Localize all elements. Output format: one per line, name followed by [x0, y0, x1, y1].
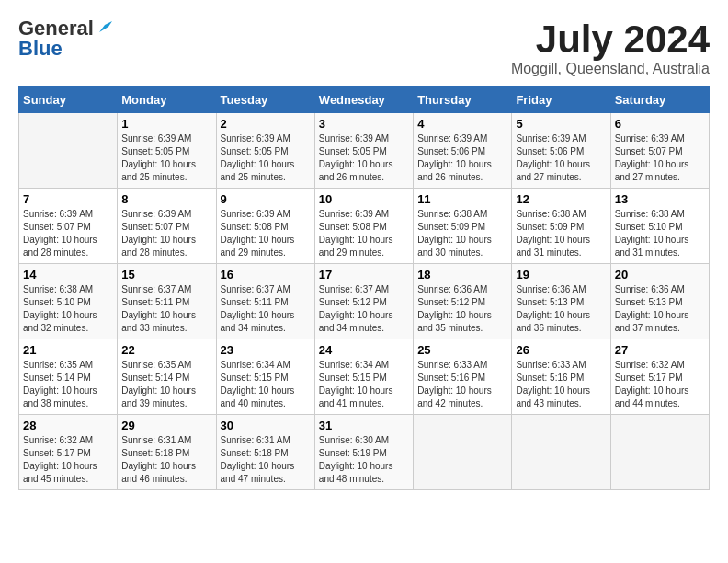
cell-content: Sunrise: 6:34 AM Sunset: 5:15 PM Dayligh…: [221, 359, 311, 410]
calendar-week-row: 14Sunrise: 6:38 AM Sunset: 5:10 PM Dayli…: [19, 264, 710, 339]
day-number: 18: [417, 268, 507, 282]
cell-content: Sunrise: 6:30 AM Sunset: 5:19 PM Dayligh…: [319, 434, 409, 486]
day-header-friday: Friday: [512, 87, 610, 113]
cell-content: Sunrise: 6:39 AM Sunset: 5:05 PM Dayligh…: [221, 132, 311, 184]
calendar-cell: 12Sunrise: 6:38 AM Sunset: 5:09 PM Dayli…: [512, 189, 610, 264]
calendar-cell: 18Sunrise: 6:36 AM Sunset: 5:12 PM Dayli…: [414, 264, 512, 339]
cell-content: Sunrise: 6:39 AM Sunset: 5:05 PM Dayligh…: [121, 132, 211, 184]
day-header-tuesday: Tuesday: [216, 87, 314, 113]
cell-content: Sunrise: 6:39 AM Sunset: 5:06 PM Dayligh…: [516, 132, 606, 184]
calendar-cell: 16Sunrise: 6:37 AM Sunset: 5:11 PM Dayli…: [216, 264, 314, 339]
logo-blue: Blue: [18, 37, 63, 60]
cell-content: Sunrise: 6:31 AM Sunset: 5:18 PM Dayligh…: [221, 434, 311, 486]
cell-content: Sunrise: 6:37 AM Sunset: 5:11 PM Dayligh…: [221, 283, 311, 335]
logo-general: General: [18, 18, 94, 39]
day-number: 11: [417, 192, 507, 206]
cell-content: Sunrise: 6:39 AM Sunset: 5:08 PM Dayligh…: [319, 208, 409, 259]
cell-content: Sunrise: 6:38 AM Sunset: 5:09 PM Dayligh…: [417, 208, 507, 259]
title-block: July 2024 Moggill, Queensland, Australia: [511, 18, 710, 77]
cell-content: Sunrise: 6:39 AM Sunset: 5:07 PM Dayligh…: [121, 208, 211, 259]
day-number: 16: [221, 268, 311, 282]
cell-content: Sunrise: 6:36 AM Sunset: 5:13 PM Dayligh…: [516, 283, 606, 335]
day-header-monday: Monday: [118, 87, 216, 113]
cell-content: Sunrise: 6:37 AM Sunset: 5:11 PM Dayligh…: [121, 283, 211, 335]
calendar-cell: 31Sunrise: 6:30 AM Sunset: 5:19 PM Dayli…: [314, 415, 413, 490]
calendar-cell: 23Sunrise: 6:34 AM Sunset: 5:15 PM Dayli…: [216, 339, 314, 415]
calendar-week-row: 7Sunrise: 6:39 AM Sunset: 5:07 PM Daylig…: [19, 189, 710, 264]
calendar-cell: 11Sunrise: 6:38 AM Sunset: 5:09 PM Dayli…: [414, 189, 512, 264]
calendar-cell: 29Sunrise: 6:31 AM Sunset: 5:18 PM Dayli…: [118, 415, 216, 490]
location-subtitle: Moggill, Queensland, Australia: [511, 61, 710, 77]
day-number: 13: [615, 192, 705, 206]
day-number: 21: [23, 343, 113, 357]
day-number: 9: [221, 192, 311, 206]
calendar-cell: 2Sunrise: 6:39 AM Sunset: 5:05 PM Daylig…: [216, 113, 314, 189]
day-number: 28: [23, 419, 113, 432]
cell-content: Sunrise: 6:38 AM Sunset: 5:10 PM Dayligh…: [615, 208, 705, 259]
day-number: 3: [319, 117, 409, 131]
calendar-cell: [610, 415, 709, 490]
calendar-cell: 27Sunrise: 6:32 AM Sunset: 5:17 PM Dayli…: [610, 339, 709, 415]
day-number: 31: [319, 419, 409, 432]
calendar-week-row: 21Sunrise: 6:35 AM Sunset: 5:14 PM Dayli…: [19, 339, 710, 415]
calendar-cell: 9Sunrise: 6:39 AM Sunset: 5:08 PM Daylig…: [216, 189, 314, 264]
day-number: 4: [417, 117, 507, 131]
cell-content: Sunrise: 6:38 AM Sunset: 5:10 PM Dayligh…: [23, 283, 113, 335]
cell-content: Sunrise: 6:38 AM Sunset: 5:09 PM Dayligh…: [516, 208, 606, 259]
calendar-cell: 8Sunrise: 6:39 AM Sunset: 5:07 PM Daylig…: [118, 189, 216, 264]
cell-content: Sunrise: 6:35 AM Sunset: 5:14 PM Dayligh…: [121, 359, 211, 410]
cell-content: Sunrise: 6:32 AM Sunset: 5:17 PM Dayligh…: [23, 434, 113, 486]
day-number: 15: [121, 268, 211, 282]
day-number: 30: [221, 419, 311, 432]
calendar-week-row: 1Sunrise: 6:39 AM Sunset: 5:05 PM Daylig…: [19, 113, 710, 189]
day-number: 12: [516, 192, 606, 206]
day-number: 1: [121, 117, 211, 131]
day-number: 14: [23, 268, 113, 282]
cell-content: Sunrise: 6:33 AM Sunset: 5:16 PM Dayligh…: [417, 359, 507, 410]
calendar-cell: [19, 113, 118, 189]
calendar-cell: 3Sunrise: 6:39 AM Sunset: 5:05 PM Daylig…: [314, 113, 413, 189]
day-number: 22: [121, 343, 211, 357]
day-header-wednesday: Wednesday: [314, 87, 413, 113]
calendar-cell: 17Sunrise: 6:37 AM Sunset: 5:12 PM Dayli…: [314, 264, 413, 339]
calendar-table: SundayMondayTuesdayWednesdayThursdayFrid…: [18, 86, 710, 490]
calendar-cell: 19Sunrise: 6:36 AM Sunset: 5:13 PM Dayli…: [512, 264, 610, 339]
day-number: 19: [516, 268, 606, 282]
day-number: 17: [319, 268, 409, 282]
day-number: 5: [516, 117, 606, 131]
calendar-cell: 13Sunrise: 6:38 AM Sunset: 5:10 PM Dayli…: [610, 189, 709, 264]
page-header: General Blue July 2024 Moggill, Queensla…: [18, 18, 710, 77]
day-number: 2: [221, 117, 311, 131]
logo: General Blue: [18, 18, 112, 59]
day-number: 8: [121, 192, 211, 206]
cell-content: Sunrise: 6:34 AM Sunset: 5:15 PM Dayligh…: [319, 359, 409, 410]
day-number: 25: [417, 343, 507, 357]
cell-content: Sunrise: 6:35 AM Sunset: 5:14 PM Dayligh…: [23, 359, 113, 410]
calendar-cell: [414, 415, 512, 490]
day-number: 24: [319, 343, 409, 357]
cell-content: Sunrise: 6:39 AM Sunset: 5:07 PM Dayligh…: [23, 208, 113, 259]
calendar-cell: 10Sunrise: 6:39 AM Sunset: 5:08 PM Dayli…: [314, 189, 413, 264]
calendar-cell: 22Sunrise: 6:35 AM Sunset: 5:14 PM Dayli…: [118, 339, 216, 415]
calendar-cell: 4Sunrise: 6:39 AM Sunset: 5:06 PM Daylig…: [414, 113, 512, 189]
svg-marker-0: [99, 21, 112, 32]
day-number: 10: [319, 192, 409, 206]
calendar-cell: 14Sunrise: 6:38 AM Sunset: 5:10 PM Dayli…: [19, 264, 118, 339]
calendar-cell: 5Sunrise: 6:39 AM Sunset: 5:06 PM Daylig…: [512, 113, 610, 189]
day-header-saturday: Saturday: [610, 87, 709, 113]
cell-content: Sunrise: 6:39 AM Sunset: 5:08 PM Dayligh…: [221, 208, 311, 259]
day-number: 29: [121, 419, 211, 432]
day-number: 6: [615, 117, 705, 131]
day-number: 27: [615, 343, 705, 357]
calendar-cell: 7Sunrise: 6:39 AM Sunset: 5:07 PM Daylig…: [19, 189, 118, 264]
calendar-week-row: 28Sunrise: 6:32 AM Sunset: 5:17 PM Dayli…: [19, 415, 710, 490]
calendar-cell: 1Sunrise: 6:39 AM Sunset: 5:05 PM Daylig…: [118, 113, 216, 189]
calendar-cell: 20Sunrise: 6:36 AM Sunset: 5:13 PM Dayli…: [610, 264, 709, 339]
cell-content: Sunrise: 6:39 AM Sunset: 5:05 PM Dayligh…: [319, 132, 409, 184]
day-header-thursday: Thursday: [414, 87, 512, 113]
calendar-cell: 24Sunrise: 6:34 AM Sunset: 5:15 PM Dayli…: [314, 339, 413, 415]
calendar-cell: 21Sunrise: 6:35 AM Sunset: 5:14 PM Dayli…: [19, 339, 118, 415]
cell-content: Sunrise: 6:37 AM Sunset: 5:12 PM Dayligh…: [319, 283, 409, 335]
calendar-cell: 15Sunrise: 6:37 AM Sunset: 5:11 PM Dayli…: [118, 264, 216, 339]
logo-bird-icon: [96, 19, 112, 36]
